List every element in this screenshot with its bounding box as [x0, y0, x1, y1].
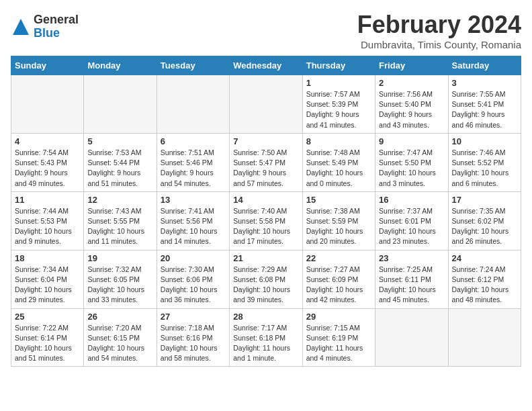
day-info: Sunrise: 7:25 AM Sunset: 6:11 PM Dayligh… [379, 265, 444, 306]
logo-blue: Blue [34, 27, 79, 40]
day-info: Sunrise: 7:34 AM Sunset: 6:04 PM Dayligh… [15, 265, 80, 306]
column-header-wednesday: Wednesday [230, 56, 302, 75]
day-info: Sunrise: 7:55 AM Sunset: 5:41 PM Dayligh… [452, 89, 517, 130]
day-info: Sunrise: 7:53 AM Sunset: 5:44 PM Dayligh… [87, 148, 152, 189]
day-info: Sunrise: 7:30 AM Sunset: 6:06 PM Dayligh… [161, 265, 226, 306]
day-info: Sunrise: 7:20 AM Sunset: 6:15 PM Dayligh… [87, 323, 152, 364]
day-number: 8 [306, 136, 371, 146]
day-info: Sunrise: 7:38 AM Sunset: 5:59 PM Dayligh… [306, 206, 371, 247]
day-cell: 15Sunrise: 7:38 AM Sunset: 5:59 PM Dayli… [302, 191, 375, 250]
day-info: Sunrise: 7:56 AM Sunset: 5:40 PM Dayligh… [379, 89, 444, 130]
day-info: Sunrise: 7:35 AM Sunset: 6:02 PM Dayligh… [452, 206, 517, 247]
day-info: Sunrise: 7:48 AM Sunset: 5:49 PM Dayligh… [306, 148, 371, 189]
day-number: 27 [161, 312, 226, 322]
column-header-monday: Monday [84, 56, 157, 75]
day-number: 16 [379, 195, 444, 205]
day-cell: 3Sunrise: 7:55 AM Sunset: 5:41 PM Daylig… [448, 75, 521, 134]
day-number: 23 [379, 253, 444, 263]
day-info: Sunrise: 7:43 AM Sunset: 5:55 PM Dayligh… [87, 206, 152, 247]
day-cell: 13Sunrise: 7:41 AM Sunset: 5:56 PM Dayli… [157, 191, 229, 250]
day-number: 20 [161, 253, 226, 263]
day-number: 14 [233, 195, 298, 205]
column-header-thursday: Thursday [302, 56, 375, 75]
day-cell: 1Sunrise: 7:57 AM Sunset: 5:39 PM Daylig… [302, 75, 375, 134]
day-cell: 9Sunrise: 7:47 AM Sunset: 5:50 PM Daylig… [375, 133, 448, 191]
day-info: Sunrise: 7:37 AM Sunset: 6:01 PM Dayligh… [379, 206, 444, 247]
day-info: Sunrise: 7:22 AM Sunset: 6:14 PM Dayligh… [15, 323, 80, 364]
day-cell: 21Sunrise: 7:29 AM Sunset: 6:08 PM Dayli… [230, 250, 302, 308]
column-header-tuesday: Tuesday [157, 56, 229, 75]
day-cell: 25Sunrise: 7:22 AM Sunset: 6:14 PM Dayli… [11, 308, 84, 367]
day-cell: 2Sunrise: 7:56 AM Sunset: 5:40 PM Daylig… [375, 75, 448, 134]
logo-text: General Blue [34, 13, 79, 40]
calendar-table: SundayMondayTuesdayWednesdayThursdayFrid… [11, 56, 521, 367]
day-cell [448, 308, 521, 367]
day-number: 2 [379, 78, 444, 88]
day-number: 15 [306, 195, 371, 205]
day-cell: 18Sunrise: 7:34 AM Sunset: 6:04 PM Dayli… [11, 250, 84, 308]
day-cell: 24Sunrise: 7:24 AM Sunset: 6:12 PM Dayli… [448, 250, 521, 308]
day-cell: 26Sunrise: 7:20 AM Sunset: 6:15 PM Dayli… [84, 308, 157, 367]
day-info: Sunrise: 7:47 AM Sunset: 5:50 PM Dayligh… [379, 148, 444, 189]
day-info: Sunrise: 7:32 AM Sunset: 6:05 PM Dayligh… [87, 265, 152, 306]
day-info: Sunrise: 7:29 AM Sunset: 6:08 PM Dayligh… [233, 265, 298, 306]
svg-marker-0 [13, 19, 29, 35]
day-cell: 8Sunrise: 7:48 AM Sunset: 5:49 PM Daylig… [302, 133, 375, 191]
day-number: 25 [15, 312, 80, 322]
day-cell: 28Sunrise: 7:17 AM Sunset: 6:18 PM Dayli… [230, 308, 302, 367]
calendar-title: February 2024 [357, 11, 521, 39]
day-cell: 17Sunrise: 7:35 AM Sunset: 6:02 PM Dayli… [448, 191, 521, 250]
week-row-5: 25Sunrise: 7:22 AM Sunset: 6:14 PM Dayli… [11, 308, 521, 367]
week-row-3: 11Sunrise: 7:44 AM Sunset: 5:53 PM Dayli… [11, 191, 521, 250]
page-header: General Blue February 2024 Dumbravita, T… [11, 11, 521, 50]
day-number: 11 [15, 195, 80, 205]
day-number: 3 [452, 78, 517, 88]
day-cell: 7Sunrise: 7:50 AM Sunset: 5:47 PM Daylig… [230, 133, 302, 191]
day-cell: 22Sunrise: 7:27 AM Sunset: 6:09 PM Dayli… [302, 250, 375, 308]
day-number: 4 [15, 136, 80, 146]
day-cell [84, 75, 157, 134]
day-number: 17 [452, 195, 517, 205]
day-cell: 5Sunrise: 7:53 AM Sunset: 5:44 PM Daylig… [84, 133, 157, 191]
day-info: Sunrise: 7:44 AM Sunset: 5:53 PM Dayligh… [15, 206, 80, 247]
day-cell: 23Sunrise: 7:25 AM Sunset: 6:11 PM Dayli… [375, 250, 448, 308]
week-row-1: 1Sunrise: 7:57 AM Sunset: 5:39 PM Daylig… [11, 75, 521, 134]
day-cell [230, 75, 302, 134]
day-info: Sunrise: 7:54 AM Sunset: 5:43 PM Dayligh… [15, 148, 80, 189]
column-header-friday: Friday [375, 56, 448, 75]
day-cell: 4Sunrise: 7:54 AM Sunset: 5:43 PM Daylig… [11, 133, 84, 191]
day-number: 28 [233, 312, 298, 322]
day-number: 22 [306, 253, 371, 263]
day-cell: 14Sunrise: 7:40 AM Sunset: 5:58 PM Dayli… [230, 191, 302, 250]
day-number: 26 [87, 312, 152, 322]
header-row: SundayMondayTuesdayWednesdayThursdayFrid… [11, 56, 521, 75]
day-info: Sunrise: 7:24 AM Sunset: 6:12 PM Dayligh… [452, 265, 517, 306]
day-info: Sunrise: 7:40 AM Sunset: 5:58 PM Dayligh… [233, 206, 298, 247]
day-number: 19 [87, 253, 152, 263]
day-number: 1 [306, 78, 371, 88]
day-cell: 16Sunrise: 7:37 AM Sunset: 6:01 PM Dayli… [375, 191, 448, 250]
day-cell: 20Sunrise: 7:30 AM Sunset: 6:06 PM Dayli… [157, 250, 229, 308]
day-number: 12 [87, 195, 152, 205]
logo-icon [11, 17, 31, 37]
week-row-4: 18Sunrise: 7:34 AM Sunset: 6:04 PM Dayli… [11, 250, 521, 308]
day-info: Sunrise: 7:41 AM Sunset: 5:56 PM Dayligh… [161, 206, 226, 247]
week-row-2: 4Sunrise: 7:54 AM Sunset: 5:43 PM Daylig… [11, 133, 521, 191]
day-cell: 10Sunrise: 7:46 AM Sunset: 5:52 PM Dayli… [448, 133, 521, 191]
day-info: Sunrise: 7:50 AM Sunset: 5:47 PM Dayligh… [233, 148, 298, 189]
day-number: 6 [161, 136, 226, 146]
day-cell: 6Sunrise: 7:51 AM Sunset: 5:46 PM Daylig… [157, 133, 229, 191]
day-info: Sunrise: 7:27 AM Sunset: 6:09 PM Dayligh… [306, 265, 371, 306]
calendar-subtitle: Dumbravita, Timis County, Romania [357, 39, 521, 50]
day-info: Sunrise: 7:46 AM Sunset: 5:52 PM Dayligh… [452, 148, 517, 189]
day-number: 9 [379, 136, 444, 146]
day-info: Sunrise: 7:18 AM Sunset: 6:16 PM Dayligh… [161, 323, 226, 364]
day-number: 5 [87, 136, 152, 146]
title-block: February 2024 Dumbravita, Timis County, … [357, 11, 521, 50]
day-cell: 29Sunrise: 7:15 AM Sunset: 6:19 PM Dayli… [302, 308, 375, 367]
day-cell: 11Sunrise: 7:44 AM Sunset: 5:53 PM Dayli… [11, 191, 84, 250]
day-cell [11, 75, 84, 134]
day-cell [157, 75, 229, 134]
column-header-sunday: Sunday [11, 56, 84, 75]
day-cell: 19Sunrise: 7:32 AM Sunset: 6:05 PM Dayli… [84, 250, 157, 308]
